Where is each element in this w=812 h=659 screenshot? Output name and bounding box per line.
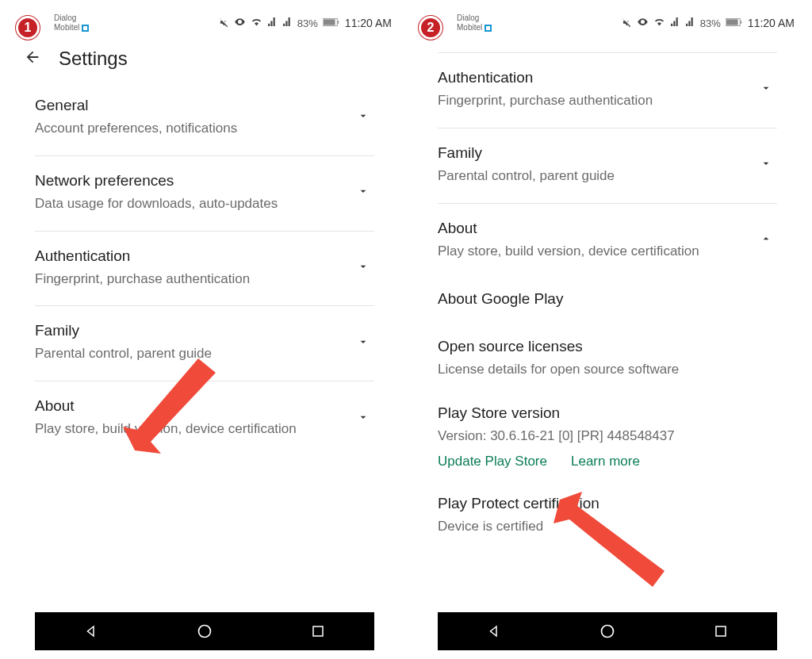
settings-item-sub: Account preferences, notifications xyxy=(35,119,349,138)
sub-desc: License details for open source software xyxy=(438,360,777,379)
settings-list: General Account preferences, notificatio… xyxy=(8,81,401,612)
annotation-arrow-1 xyxy=(123,349,226,463)
page-title: Settings xyxy=(59,48,128,70)
signal-icon-2 xyxy=(282,17,293,29)
nav-back[interactable] xyxy=(82,623,100,640)
nav-recent[interactable] xyxy=(309,623,327,640)
settings-item-title: Network preferences xyxy=(35,172,349,190)
phone-screen-1: 1 Dialog Mobitel 83% xyxy=(8,8,401,650)
nav-home[interactable] xyxy=(196,623,213,640)
chevron-up-icon xyxy=(760,232,777,247)
settings-item-network[interactable]: Network preferences Data usage for downl… xyxy=(35,156,374,232)
nav-bar xyxy=(35,612,374,650)
settings-item-title: About xyxy=(438,220,752,237)
eye-icon xyxy=(234,16,246,30)
step-badge-1: 1 xyxy=(16,16,40,40)
svg-marker-9 xyxy=(553,492,665,587)
svg-rect-1 xyxy=(337,21,339,24)
open-source-licenses[interactable]: Open source licenses License details for… xyxy=(438,325,777,392)
sub-desc: Version: 30.6.16-21 [0] [PR] 448548437 xyxy=(438,427,777,446)
battery-icon xyxy=(323,17,340,29)
chevron-down-icon xyxy=(357,109,374,125)
settings-item-sub: Play store, build version, device certif… xyxy=(438,242,752,261)
settings-item-family[interactable]: Family Parental control, parent guide xyxy=(438,128,777,204)
back-button[interactable] xyxy=(24,48,41,69)
svg-rect-8 xyxy=(726,19,738,25)
chevron-down-icon xyxy=(357,185,374,200)
settings-item-sub: Data usage for downloads, auto-updates xyxy=(35,194,349,213)
learn-more-link[interactable]: Learn more xyxy=(571,454,640,469)
sub-title: Play Store version xyxy=(438,404,777,422)
nav-bar xyxy=(438,612,777,650)
signal-icon-2 xyxy=(685,17,695,29)
svg-rect-2 xyxy=(324,19,335,25)
svg-rect-11 xyxy=(716,626,726,636)
signal-icon-1 xyxy=(267,17,278,29)
nav-recent[interactable] xyxy=(712,623,730,640)
settings-item-title: Authentication xyxy=(35,247,349,265)
about-google-play[interactable]: About Google Play xyxy=(438,278,777,325)
wifi-icon xyxy=(653,16,665,30)
sub-title: Open source licenses xyxy=(438,338,777,355)
battery-text: 83% xyxy=(700,17,721,29)
signal-icon-1 xyxy=(670,17,680,29)
nav-home[interactable] xyxy=(599,623,616,640)
play-store-version: Play Store version Version: 30.6.16-21 [… xyxy=(438,392,777,482)
phone-screen-2: 2 Dialog Mobitel 83% 11:20 AM Authentica… xyxy=(411,8,804,650)
clock-text: 11:20 AM xyxy=(345,17,392,29)
update-play-store-link[interactable]: Update Play Store xyxy=(438,454,547,469)
app-header: Settings xyxy=(8,38,401,81)
status-bar: Dialog Mobitel 83% 11:20 AM xyxy=(8,8,401,38)
step-badge-2: 2 xyxy=(419,16,442,40)
settings-item-general[interactable]: General Account preferences, notificatio… xyxy=(35,81,374,156)
settings-item-authentication[interactable]: Authentication Fingerprint, purchase aut… xyxy=(35,232,374,307)
chevron-down-icon xyxy=(357,411,374,426)
mute-icon xyxy=(621,17,632,30)
eye-icon xyxy=(637,16,649,30)
status-icons: 83% 11:20 AM xyxy=(218,16,392,30)
settings-item-sub: Fingerprint, purchase authentication xyxy=(438,91,752,110)
settings-item-sub: Parental control, parent guide xyxy=(438,167,752,186)
settings-item-title: General xyxy=(35,97,349,114)
chevron-down-icon xyxy=(357,260,374,275)
settings-item-about[interactable]: About Play store, build version, device … xyxy=(438,204,777,278)
nav-back[interactable] xyxy=(485,623,503,640)
annotation-arrow-2 xyxy=(553,492,680,598)
svg-point-10 xyxy=(601,626,613,638)
status-bar: Dialog Mobitel 83% 11:20 AM xyxy=(411,8,804,38)
sub-title: About Google Play xyxy=(438,290,777,308)
svg-point-4 xyxy=(198,626,210,638)
chevron-down-icon xyxy=(357,335,374,351)
settings-item-title: Authentication xyxy=(438,69,752,86)
settings-item-title: Family xyxy=(35,322,349,339)
settings-item-title: Family xyxy=(438,144,752,162)
carrier-labels: Dialog Mobitel xyxy=(457,13,492,33)
battery-text: 83% xyxy=(297,17,318,29)
chevron-down-icon xyxy=(760,157,777,172)
clock-text: 11:20 AM xyxy=(748,17,795,29)
mute-icon xyxy=(218,17,229,30)
svg-rect-7 xyxy=(740,21,741,24)
notice-icon xyxy=(485,25,492,32)
svg-rect-5 xyxy=(313,626,323,636)
carrier-labels: Dialog Mobitel xyxy=(54,13,89,33)
svg-marker-3 xyxy=(123,358,216,454)
wifi-icon xyxy=(251,16,262,30)
status-icons: 83% 11:20 AM xyxy=(621,16,795,30)
settings-item-sub: Fingerprint, purchase authentication xyxy=(35,270,349,289)
battery-icon xyxy=(726,17,743,29)
notice-icon xyxy=(82,25,89,32)
settings-item-authentication[interactable]: Authentication Fingerprint, purchase aut… xyxy=(438,53,777,128)
chevron-down-icon xyxy=(760,82,777,97)
